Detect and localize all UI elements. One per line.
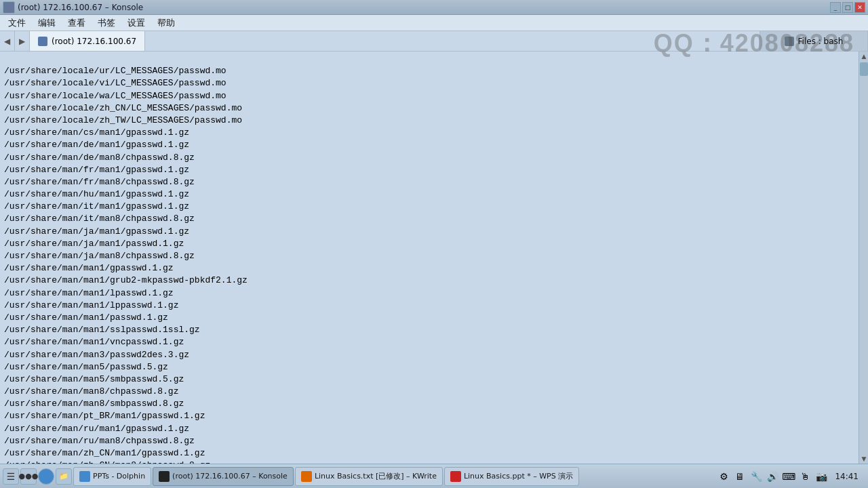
network-icon[interactable]: 🖥 [733, 470, 747, 483]
terminal-line: /usr/share/man/ja/man8/chpasswd.8.gz [4, 250, 864, 262]
terminal-line: /usr/share/man/man1/sslpasswd.1ssl.gz [4, 324, 864, 336]
tab-bar: ◀ ▶ (root) 172.16.100.67 Files : bash [0, 31, 868, 52]
menu-help[interactable]: 帮助 [152, 16, 180, 30]
terminal-line: /usr/share/man/man3/passwd2des.3.gz [4, 349, 864, 361]
taskbar-btn-4[interactable]: 📁 [56, 468, 72, 485]
terminal-line: /usr/share/man/man1/grub2-mkpasswd-pbkdf… [4, 274, 864, 287]
terminal-line: /usr/share/man/ru/man1/gpasswd.1.gz [4, 423, 864, 435]
terminal-tab[interactable]: (root) 172.16.100.67 [30, 31, 145, 51]
maximize-button[interactable]: □ [842, 2, 853, 13]
terminal-line: /usr/share/man/ru/man8/chpasswd.8.gz [4, 435, 864, 447]
terminal-line: /usr/share/man/ja/man1/passwd.1.gz [4, 238, 864, 250]
scrollbar-thumb[interactable] [860, 62, 868, 76]
volume-icon[interactable]: 🔊 [766, 470, 779, 483]
tab-separator [145, 31, 760, 51]
taskbar-btn-2[interactable]: ●●● [20, 468, 37, 485]
terminal-line: /usr/share/man/pt_BR/man1/gpasswd.1.gz [4, 410, 864, 422]
menu-bar: 文件 编辑 查看 书签 设置 帮助 [0, 15, 868, 31]
terminal-line: /usr/share/man/man1/lpasswd.1.gz [4, 287, 864, 300]
terminal-line: /usr/share/man/man5/passwd.5.gz [4, 361, 864, 373]
window-title: (root) 172.16.100.67 – Konsole [18, 3, 143, 12]
window-icon [3, 1, 15, 14]
clock: 14:41 [831, 472, 863, 481]
title-bar: (root) 172.16.100.67 – Konsole _ □ ✕ [0, 0, 868, 15]
display-icon[interactable]: 🖱 [798, 470, 812, 483]
menu-edit[interactable]: 编辑 [33, 16, 61, 30]
settings-icon[interactable]: ⚙ [717, 470, 730, 483]
scroll-up[interactable]: ▲ [859, 52, 868, 61]
battery-icon[interactable]: ⌨ [782, 470, 795, 483]
terminal-line: /usr/share/man/de/man1/gpasswd.1.gz [4, 139, 864, 151]
terminal-line: /usr/share/man/it/man8/chpasswd.8.gz [4, 213, 864, 225]
minimize-button[interactable]: _ [830, 2, 841, 13]
terminal-line: /usr/share/man/fr/man8/chpasswd.8.gz [4, 176, 864, 188]
terminal-line: /usr/share/man/it/man1/gpasswd.1.gz [4, 201, 864, 213]
terminal-line: /usr/share/man/fr/man1/gpasswd.1.gz [4, 164, 864, 176]
terminal-line: /usr/share/man/man5/smbpasswd.5.gz [4, 373, 864, 386]
terminal-line: /usr/share/man/zh_CN/man1/gpasswd.1.gz [4, 447, 864, 460]
terminal-line: /usr/share/man/cs/man1/gpasswd.1.gz [4, 127, 864, 139]
taskbar-system: ⚙ 🖥 🔧 🔊 ⌨ 🖱 📷 14:41 [714, 470, 865, 483]
terminal-line: /usr/share/locale/ur/LC_MESSAGES/passwd.… [4, 65, 864, 77]
dolphin-icon [79, 471, 90, 482]
taskbar-kwrite[interactable]: Linux Basics.txt [已修改] – KWrite [295, 467, 443, 486]
taskbar-dolphin[interactable]: PPTs - Dolphin [73, 467, 151, 486]
terminal-line: /usr/share/locale/wa/LC_MESSAGES/passwd.… [4, 90, 864, 102]
menu-bookmark[interactable]: 书签 [92, 16, 121, 30]
terminal-tab-label: (root) 172.16.100.67 [52, 37, 136, 46]
terminal-line: /usr/share/man/de/man8/chpasswd.8.gz [4, 152, 864, 164]
dolphin-label: PPTs - Dolphin [93, 472, 145, 481]
taskbar-left: ☰ ●●● 📁 [3, 468, 72, 485]
terminal-line: /usr/share/man/man1/vncpasswd.1.gz [4, 336, 864, 348]
terminal-line: /usr/share/man/man1/passwd.1.gz [4, 312, 864, 324]
terminal-line: /usr/share/man/hu/man1/gpasswd.1.gz [4, 188, 864, 201]
kwrite-icon [301, 471, 312, 482]
konsole-icon [159, 471, 170, 482]
wps-icon [450, 471, 461, 482]
files-tab-icon [785, 37, 794, 46]
files-tab[interactable]: Files : bash [760, 31, 868, 51]
terminal-line: /usr/share/locale/zh_CN/LC_MESSAGES/pass… [4, 102, 864, 115]
terminal[interactable]: /usr/share/locale/ur/LC_MESSAGES/passwd.… [0, 52, 868, 464]
wps-label: Linux Basics.ppt * – WPS 演示 [464, 471, 573, 481]
taskbar-btn-3[interactable] [38, 468, 54, 485]
title-bar-controls: _ □ ✕ [830, 2, 865, 13]
konsole-label: (root) 172.16.100.67 – Konsole [172, 472, 288, 481]
keyboard-icon[interactable]: 📷 [814, 470, 828, 483]
tab-nav-next[interactable]: ▶ [15, 31, 30, 51]
kwrite-label: Linux Basics.txt [已修改] – KWrite [315, 471, 437, 481]
tools-icon[interactable]: 🔧 [749, 470, 763, 483]
terminal-line: /usr/share/locale/zh_TW/LC_MESSAGES/pass… [4, 115, 864, 127]
close-button[interactable]: ✕ [854, 2, 865, 13]
terminal-line: /usr/share/man/man1/lppasswd.1.gz [4, 300, 864, 312]
terminal-line: /usr/share/man/ja/man1/gpasswd.1.gz [4, 226, 864, 238]
scrollbar[interactable]: ▲ ▼ [859, 52, 868, 464]
title-bar-left: (root) 172.16.100.67 – Konsole [3, 1, 143, 14]
files-tab-label: Files : bash [798, 37, 844, 46]
menu-view[interactable]: 查看 [62, 16, 91, 30]
menu-file[interactable]: 文件 [3, 16, 31, 30]
terminal-line: /usr/share/man/man8/smbpasswd.8.gz [4, 398, 864, 410]
taskbar: ☰ ●●● 📁 PPTs - Dolphin (root) 172.16.100… [0, 464, 868, 488]
terminal-line: /usr/share/man/man8/chpasswd.8.gz [4, 386, 864, 398]
tab-nav-prev[interactable]: ◀ [0, 31, 15, 51]
taskbar-wps[interactable]: Linux Basics.ppt * – WPS 演示 [444, 467, 579, 486]
terminal-line: /usr/share/locale/vi/LC_MESSAGES/passwd.… [4, 77, 864, 89]
terminal-tab-icon [38, 37, 47, 46]
taskbar-konsole[interactable]: (root) 172.16.100.67 – Konsole [153, 467, 294, 486]
scroll-down[interactable]: ▼ [859, 454, 868, 464]
start-button[interactable]: ☰ [3, 468, 19, 485]
terminal-line: /usr/share/man/man1/gpasswd.1.gz [4, 262, 864, 274]
menu-settings[interactable]: 设置 [122, 16, 151, 30]
scrollbar-track [859, 61, 868, 454]
